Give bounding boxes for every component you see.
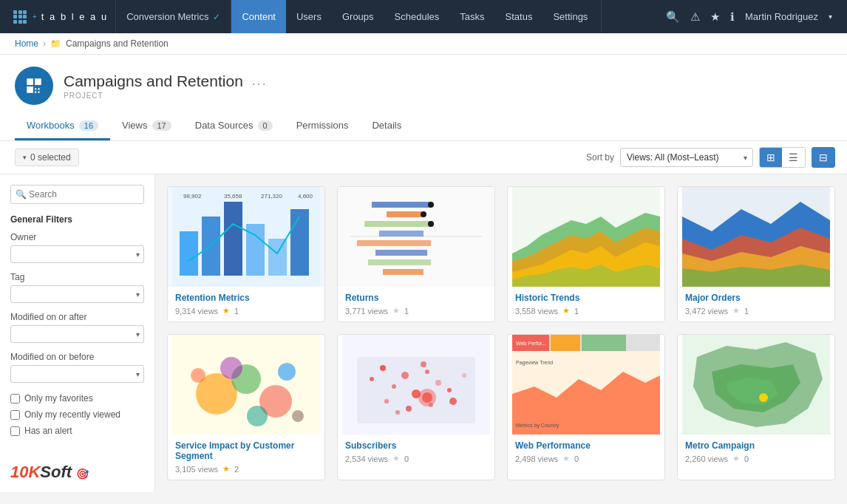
view-toggle: ⊞ ☰	[759, 147, 806, 168]
nav-item-groups[interactable]: Groups	[332, 0, 384, 33]
card-title: Service Impact by Customer Segment	[175, 440, 317, 461]
svg-text:Web Perfor...: Web Perfor...	[516, 341, 546, 346]
nav-item-settings[interactable]: Settings	[542, 0, 598, 33]
tab-data-sources[interactable]: Data Sources 0	[183, 112, 285, 140]
project-menu-button[interactable]: ...	[249, 73, 271, 89]
card-meta: 2,498 views ★ 0	[515, 454, 657, 463]
svg-text:271,320: 271,320	[261, 193, 282, 200]
breadcrumb-home[interactable]: Home	[15, 38, 38, 49]
tab-workbooks[interactable]: Workbooks 16	[15, 112, 110, 140]
svg-point-41	[292, 410, 304, 422]
sidebar: 🔍 General Filters Owner ▾ Tag ▾ Mod	[0, 174, 155, 492]
tabs: Workbooks 16 Views 17 Data Sources 0 Per…	[15, 112, 832, 140]
svg-point-51	[435, 380, 441, 386]
svg-point-59	[421, 361, 426, 367]
tag-filter: Tag ▾	[10, 272, 144, 303]
alert-checkbox[interactable]	[10, 426, 20, 436]
card-meta: 3,105 views ★ 2	[175, 464, 317, 474]
favorites-checkbox[interactable]	[10, 394, 20, 403]
star-icon: ★	[732, 306, 740, 316]
svg-rect-13	[372, 202, 431, 208]
star-icon: ★	[222, 306, 230, 316]
svg-rect-6	[290, 209, 309, 276]
svg-rect-14	[387, 211, 424, 217]
main-layout: 🔍 General Filters Owner ▾ Tag ▾ Mod	[0, 174, 847, 492]
workbook-card[interactable]: Subscribers 2,534 views ★ 0	[337, 334, 495, 480]
svg-point-45	[370, 377, 374, 381]
logo-icon: 🎯	[76, 468, 89, 480]
owner-select[interactable]	[10, 245, 144, 263]
search-icon[interactable]: 🔍	[666, 10, 680, 24]
tag-select[interactable]	[10, 285, 144, 303]
svg-point-48	[401, 372, 409, 379]
owner-filter: Owner ▾	[10, 232, 144, 263]
svg-point-50	[425, 370, 429, 374]
nav-item-schedules[interactable]: Schedules	[384, 0, 450, 33]
svg-rect-17	[357, 240, 431, 246]
modified-after-label: Modified on or after	[10, 312, 144, 322]
checkbox-recently-viewed[interactable]: Only my recently viewed	[10, 409, 144, 420]
nav-item-tasks[interactable]: Tasks	[449, 0, 494, 33]
svg-point-42	[247, 406, 268, 426]
workbook-card[interactable]: Service Impact by Customer Segment 3,105…	[167, 334, 325, 480]
card-thumbnail	[168, 335, 324, 435]
workbook-card[interactable]: Returns 3,771 views ★ 1	[337, 186, 495, 322]
checkboxes: Only my favorites Only my recently viewe…	[10, 393, 144, 436]
svg-rect-3	[224, 202, 242, 276]
workbook-title: Conversion Metrics	[126, 11, 208, 22]
favorites-icon[interactable]: ★	[710, 10, 720, 24]
workbook-card[interactable]: 98,902 35,658 271,320 4,600 Retention Me…	[167, 186, 325, 322]
svg-rect-16	[379, 231, 424, 236]
user-menu[interactable]: Martin Rodriguez	[745, 11, 818, 22]
selected-badge[interactable]: ▾ 0 selected	[15, 149, 79, 166]
workbook-link[interactable]: Conversion Metrics ✓	[116, 0, 231, 33]
modified-after-input[interactable]	[10, 325, 144, 343]
tab-permissions[interactable]: Permissions	[285, 112, 361, 140]
workbooks-grid: 98,902 35,658 271,320 4,600 Retention Me…	[167, 186, 835, 480]
filter-button[interactable]: ⊟	[812, 147, 835, 168]
list-view-button[interactable]: ☰	[782, 148, 805, 167]
grid-view-button[interactable]: ⊞	[760, 148, 782, 167]
tab-details[interactable]: Details	[360, 112, 413, 140]
svg-point-61	[422, 392, 432, 403]
svg-text:Metrics by Country: Metrics by Country	[516, 423, 559, 429]
svg-rect-20	[383, 269, 424, 275]
star-icon: ★	[562, 454, 570, 463]
logo[interactable]: + t a b l e a u	[6, 0, 116, 33]
info-icon[interactable]: ℹ	[730, 10, 735, 24]
card-title: Major Orders	[685, 293, 827, 303]
modified-before-input[interactable]	[10, 365, 144, 383]
recently-viewed-checkbox[interactable]	[10, 410, 20, 420]
project-header: Campaigns and Retention ... PROJECT Work…	[0, 55, 847, 141]
checkbox-favorites[interactable]: Only my favorites	[10, 393, 144, 403]
svg-text:4,600: 4,600	[298, 193, 313, 200]
card-thumbnail: Web Perfor... Pageview Trend Metrics by …	[508, 335, 664, 435]
sort-select[interactable]: Views: All (Most–Least) Name Owner Modif…	[620, 148, 753, 167]
search-input[interactable]	[10, 185, 144, 204]
card-title: Retention Metrics	[175, 293, 317, 303]
workbook-card[interactable]: Major Orders 3,472 views ★ 1	[677, 186, 835, 322]
modified-after-filter: Modified on or after ▾	[10, 312, 144, 343]
alert-icon[interactable]: ⚠	[690, 10, 700, 24]
workbook-card[interactable]: Historic Trends 3,558 views ★ 1	[507, 186, 665, 322]
nav-item-status[interactable]: Status	[495, 0, 543, 33]
workbook-card[interactable]: Metro Campaign 2,260 views ★ 0	[677, 334, 835, 480]
nav-item-users[interactable]: Users	[286, 0, 332, 33]
card-title: Returns	[345, 293, 487, 303]
svg-point-40	[191, 368, 205, 383]
card-meta: 2,534 views ★ 0	[345, 454, 487, 463]
checkbox-alert[interactable]: Has an alert	[10, 426, 144, 436]
user-chevron-icon[interactable]: ▾	[829, 13, 832, 21]
owner-label: Owner	[10, 232, 144, 242]
card-thumbnail	[678, 187, 834, 287]
nav-item-content[interactable]: Content	[231, 0, 286, 33]
tab-views[interactable]: Views 17	[110, 112, 183, 140]
svg-point-47	[392, 384, 396, 389]
star-icon: ★	[562, 306, 570, 316]
workbook-card[interactable]: Web Perfor... Pageview Trend Metrics by …	[507, 334, 665, 480]
svg-rect-65	[551, 335, 580, 351]
project-title: Campaigns and Retention	[64, 72, 243, 90]
modified-before-label: Modified on or before	[10, 352, 144, 362]
svg-point-75	[759, 393, 768, 402]
nav-items: Content Users Groups Schedules Tasks Sta…	[231, 0, 598, 33]
